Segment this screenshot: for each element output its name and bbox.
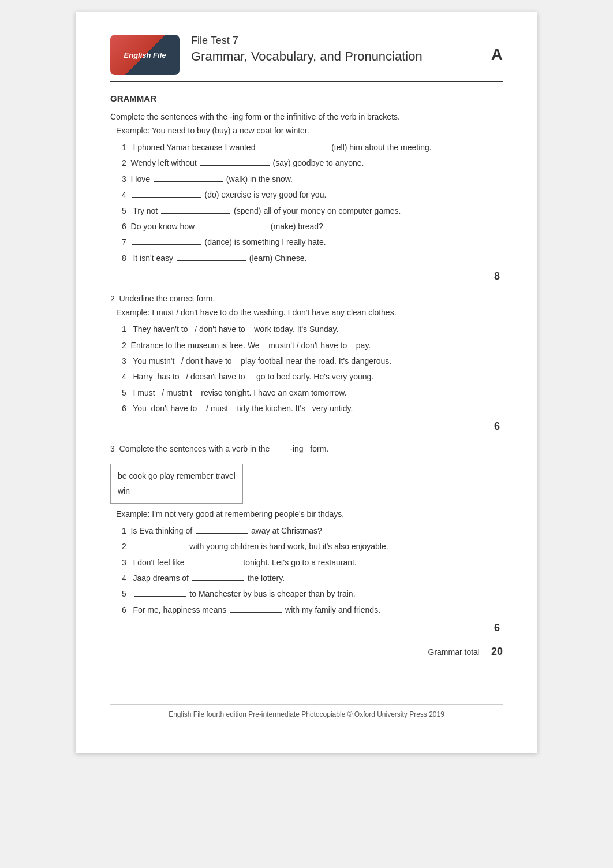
list-item: 5 to Manchester by bus is cheaper than b… <box>122 587 503 600</box>
list-item: 7 (dance) is something I really hate. <box>122 236 503 248</box>
list-item: 3 You mustn't / don't have to play footb… <box>122 355 503 367</box>
list-item: 4 Jaap dreams of the lottery. <box>122 572 503 584</box>
list-item: 6 For me, happiness means with my family… <box>122 603 503 616</box>
list-item: 4 Harry has to / doesn't have to go to b… <box>122 370 503 383</box>
q2-items: 1 They haven't to / don't have to work t… <box>122 323 503 415</box>
list-item: 1 Is Eva thinking of away at Christmas? <box>122 524 503 537</box>
grammar-total-score: 20 <box>491 646 503 658</box>
title-line2: Grammar, Vocabulary, and Pronunciation <box>191 49 491 64</box>
grammar-total: Grammar total 20 <box>110 646 503 658</box>
footer-text: English File fourth edition Pre-intermed… <box>169 710 444 718</box>
blank <box>192 580 244 581</box>
title-line1: File Test 7 <box>191 35 491 47</box>
q3-example: Example: I'm not very good at rememberin… <box>116 509 503 519</box>
grammar-section-title: GRAMMAR <box>110 94 503 103</box>
list-item: 2 with young children is hard work, but … <box>122 540 503 553</box>
blank <box>177 260 246 261</box>
blank <box>134 596 186 597</box>
blank <box>200 165 270 166</box>
footer: English File fourth edition Pre-intermed… <box>110 704 503 718</box>
q1-instruction: Complete the sentences with the -ing for… <box>110 112 503 121</box>
word-box: be cook go play remember travel win <box>110 458 503 509</box>
logo: English File <box>110 35 180 75</box>
list-item: 5 Try not (spend) all of your money on c… <box>122 204 503 217</box>
logo-text: English File <box>124 51 166 59</box>
list-item: 3 I love (walk) in the snow. <box>122 173 503 185</box>
list-item: 3 I don't feel like tonight. Let's go to… <box>122 556 503 569</box>
q1-score: 8 <box>110 270 503 282</box>
blank <box>196 533 248 534</box>
blank <box>161 213 230 214</box>
q3-score: 6 <box>110 622 503 634</box>
question-1: Complete the sentences with the -ing for… <box>110 112 503 282</box>
grade-label: A <box>491 46 503 64</box>
blank <box>132 197 201 198</box>
list-item: 2 Entrance to the museum is free. We mus… <box>122 339 503 352</box>
list-item: 5 I must / mustn't revise tonight. I hav… <box>122 386 503 399</box>
list-item: 6 You don't have to / must tidy the kitc… <box>122 402 503 415</box>
list-item: 8 It isn't easy (learn) Chinese. <box>122 252 503 265</box>
q1-example: Example: You need to buy (buy) a new coa… <box>116 126 503 135</box>
q3-items: 1 Is Eva thinking of away at Christmas? … <box>122 524 503 616</box>
list-item: 6 Do you know how (make) bread? <box>122 220 503 233</box>
blank <box>198 229 267 229</box>
grammar-total-label: Grammar total <box>428 647 480 657</box>
list-item: 1 They haven't to / don't have to work t… <box>122 323 503 336</box>
blank <box>154 181 223 182</box>
list-item: 4 (do) exercise is very good for you. <box>122 188 503 201</box>
title-area: File Test 7 Grammar, Vocabulary, and Pro… <box>191 35 491 64</box>
list-item: 2 Wendy left without (say) goodbye to an… <box>122 157 503 169</box>
blank <box>230 612 282 613</box>
q3-instruction: 3 Complete the sentences with a verb in … <box>110 444 503 453</box>
header: English File File Test 7 Grammar, Vocabu… <box>110 35 503 82</box>
question-3: 3 Complete the sentences with a verb in … <box>110 444 503 634</box>
q1-items: 1 I phoned Yamar because I wanted (tell)… <box>122 141 503 265</box>
page: English File File Test 7 Grammar, Vocabu… <box>76 12 537 753</box>
blank <box>188 565 240 565</box>
q2-score: 6 <box>110 420 503 433</box>
q2-instruction: 2 Underline the correct form. <box>110 294 503 303</box>
list-item: 1 I phoned Yamar because I wanted (tell)… <box>122 141 503 154</box>
blank <box>134 549 186 549</box>
blank <box>259 150 328 150</box>
q2-example: Example: I must / don't have to do the w… <box>116 308 503 317</box>
question-2: 2 Underline the correct form. Example: I… <box>110 294 503 433</box>
blank <box>132 244 201 245</box>
